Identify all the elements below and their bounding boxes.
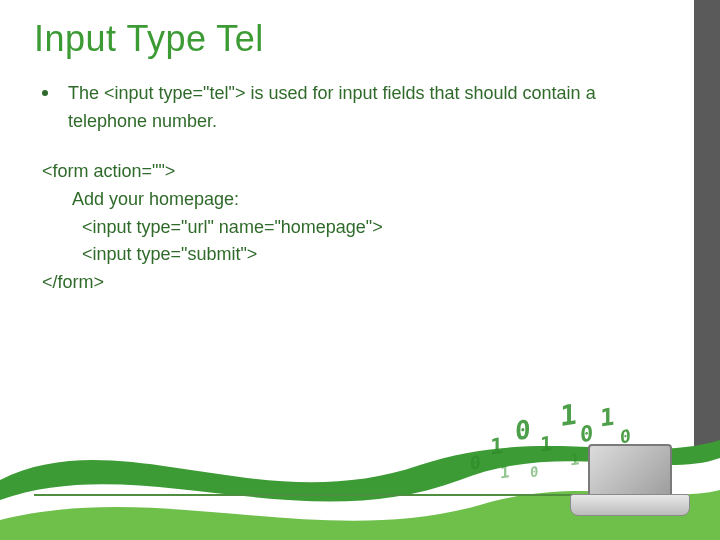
- laptop-keyboard: [570, 494, 690, 516]
- bullet-code: <input type="tel">: [104, 83, 245, 103]
- bullet-pre: The: [68, 83, 104, 103]
- code-line-4: <input type="submit">: [82, 241, 642, 269]
- laptop-graphic: [570, 444, 690, 522]
- bullet-text: The <input type="tel"> is used for input…: [68, 80, 642, 136]
- bullet-item: The <input type="tel"> is used for input…: [42, 80, 642, 136]
- bullet-dot-icon: [42, 90, 48, 96]
- code-line-5: </form>: [42, 269, 642, 297]
- slide: Input Type Tel The <input type="tel"> is…: [0, 0, 720, 540]
- slide-body: The <input type="tel"> is used for input…: [42, 80, 642, 297]
- laptop-screen: [588, 444, 672, 496]
- code-line-3: <input type="url" name="homepage">: [82, 214, 642, 242]
- code-line-1: <form action="">: [42, 158, 642, 186]
- side-stripe: [694, 0, 720, 540]
- code-line-2: Add your homepage:: [72, 186, 642, 214]
- slide-title: Input Type Tel: [34, 18, 264, 60]
